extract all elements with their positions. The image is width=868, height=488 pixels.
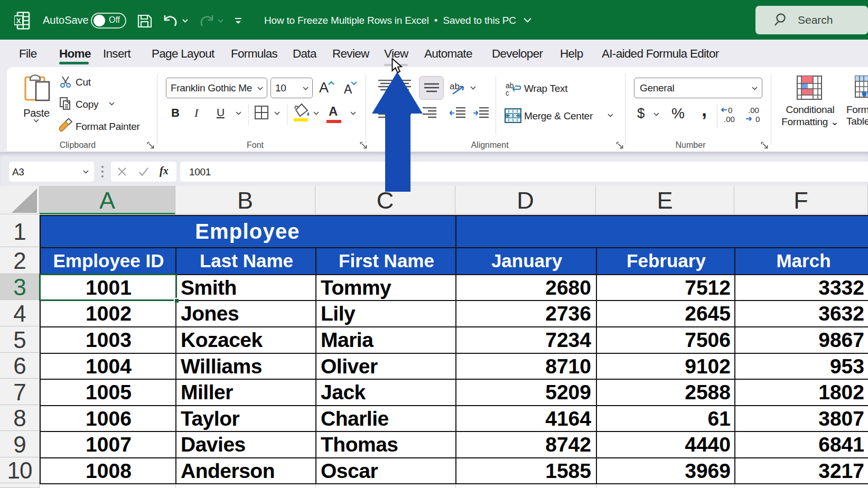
svg-text:.00: .00 (748, 106, 759, 115)
svg-text:c: c (506, 89, 509, 97)
svg-text:X: X (16, 17, 21, 25)
svg-text:0: 0 (755, 115, 760, 123)
svg-text:.00: .00 (724, 115, 735, 123)
svg-text:0: 0 (728, 106, 732, 115)
